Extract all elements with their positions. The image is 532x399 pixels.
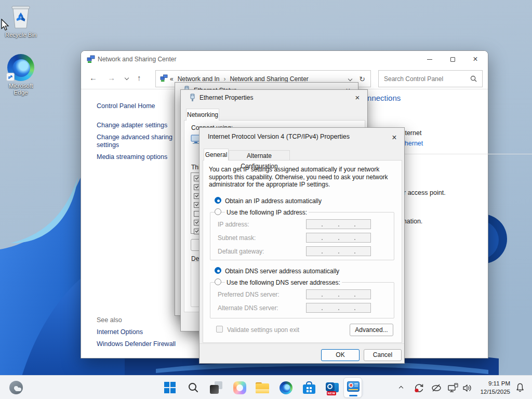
copilot-icon <box>233 381 246 394</box>
outlook-new-badge: NEW <box>327 391 337 395</box>
ethernet-properties-close-icon[interactable]: × <box>352 92 363 103</box>
breadcrumb-root[interactable]: « <box>170 75 174 83</box>
address-dropdown-chevron-icon[interactable] <box>348 76 352 81</box>
active-app-underline <box>349 395 357 396</box>
tray-clock[interactable]: 9:11 PM 12/15/2025 <box>480 379 510 396</box>
radio-obtain-ip-label[interactable]: Obtain an IP address automatically <box>225 197 322 205</box>
sidebar-item-change-adapter-settings[interactable]: Change adapter settings <box>97 122 182 129</box>
sidebar-item-media-streaming-options[interactable]: Media streaming options <box>97 153 182 161</box>
search-icon[interactable] <box>470 75 477 82</box>
ethernet-properties-title: Ethernet Properties <box>200 94 253 101</box>
forward-button[interactable]: → <box>108 73 115 82</box>
shortcut-arrow-badge <box>6 73 15 81</box>
start-button[interactable] <box>162 379 178 396</box>
ipv4-titlebar[interactable]: Internet Protocol Version 4 (TCP/IPv4) P… <box>200 128 404 143</box>
recycle-bin-label: Recycle Bin <box>1 32 41 38</box>
copilot-button[interactable] <box>231 379 248 396</box>
taskbar: NEW 9:11 PM 12/15/ <box>0 375 532 399</box>
edge-icon <box>7 54 34 81</box>
store-icon <box>303 381 315 394</box>
alternate-dns-label: Alternate DNS server: <box>218 304 278 312</box>
widgets-button[interactable] <box>8 379 24 396</box>
default-gateway-field[interactable] <box>306 246 371 256</box>
ipv4-properties-dialog: Internet Protocol Version 4 (TCP/IPv4) P… <box>199 127 405 364</box>
sidebar-item-change-advanced-sharing[interactable]: Change advanced sharing settings <box>97 134 182 149</box>
preferred-dns-field[interactable] <box>306 289 371 299</box>
breadcrumb-separator: › <box>223 75 225 83</box>
ip-address-label: IP address: <box>218 221 249 228</box>
file-explorer-icon <box>256 382 269 393</box>
ipv4-close-icon[interactable]: × <box>389 132 400 143</box>
task-view-icon <box>210 381 222 394</box>
tray-overflow-chevron-icon[interactable] <box>399 386 403 390</box>
desktop-icon-edge[interactable]: Microsoft Edge <box>1 54 41 96</box>
address-network-icon <box>160 74 168 84</box>
radio-obtain-ip[interactable] <box>215 197 221 204</box>
footer-divider <box>200 343 404 344</box>
sidebar-see-also-heading: See also <box>97 316 182 324</box>
refresh-icon[interactable]: ↻ <box>359 75 365 83</box>
subnet-mask-field[interactable] <box>306 233 371 243</box>
tab-general[interactable]: General <box>204 149 229 161</box>
file-explorer-button[interactable] <box>254 379 271 396</box>
network-icon <box>87 55 95 65</box>
search-box[interactable]: Search Control Panel <box>378 70 483 87</box>
tab-networking[interactable]: Networking <box>186 109 219 121</box>
search-placeholder: Search Control Panel <box>384 75 470 83</box>
outlook-button[interactable]: NEW <box>324 379 340 396</box>
radio-use-dns-label[interactable]: Use the following DNS server addresses: <box>225 279 342 286</box>
radio-obtain-dns-label[interactable]: Obtain DNS server address automatically <box>225 268 339 275</box>
minimize-button[interactable] <box>418 51 441 68</box>
window-title: Network and Sharing Center <box>98 56 176 63</box>
radio-use-dns[interactable] <box>215 278 221 285</box>
cancel-button[interactable]: Cancel <box>364 349 402 361</box>
ipv4-title: Internet Protocol Version 4 (TCP/IPv4) P… <box>208 133 350 140</box>
radio-obtain-dns[interactable] <box>215 267 221 274</box>
task-view-button[interactable] <box>208 379 224 396</box>
ok-button[interactable]: OK <box>321 349 360 361</box>
alternate-dns-field[interactable] <box>306 303 371 313</box>
ip-address-field[interactable] <box>306 219 371 229</box>
ipv4-intro-text: You can get IP settings assigned automat… <box>209 166 397 189</box>
maximize-button[interactable] <box>441 51 464 68</box>
sidebar-item-control-panel-home[interactable]: Control Panel Home <box>97 102 182 110</box>
edge-button[interactable] <box>277 379 294 396</box>
privacy-eye-off-icon[interactable] <box>431 383 442 393</box>
edge-taskbar-icon <box>280 381 292 394</box>
store-button[interactable] <box>301 379 317 396</box>
preferred-dns-label: Preferred DNS server: <box>218 291 280 298</box>
advanced-button[interactable]: Advanced... <box>350 324 393 336</box>
mouse-cursor <box>1 19 10 32</box>
back-button[interactable]: ← <box>89 73 97 82</box>
recycle-bin-icon <box>9 4 33 30</box>
sidebar-item-windows-defender-firewall[interactable]: Windows Defender Firewall <box>97 340 182 348</box>
control-panel-taskbar-active[interactable] <box>343 377 362 398</box>
close-button[interactable]: × <box>464 51 487 68</box>
breadcrumb-item-parent[interactable]: Network and In <box>178 75 220 83</box>
volume-icon[interactable] <box>462 383 472 393</box>
widgets-icon <box>9 381 23 394</box>
validate-settings-checkbox[interactable] <box>216 326 223 332</box>
search-button[interactable] <box>185 379 202 396</box>
ethernet-plug-icon <box>189 94 196 104</box>
use-dns-groupbox <box>210 282 394 318</box>
window-titlebar[interactable]: Network and Sharing Center × <box>81 51 488 68</box>
outlook-icon: NEW <box>326 381 339 394</box>
radio-use-ip-label[interactable]: Use the following IP address: <box>225 209 309 216</box>
validate-settings-label: Validate settings upon exit <box>227 326 299 334</box>
sync-pending-icon[interactable] <box>414 383 424 393</box>
recent-pages-chevron-icon[interactable] <box>125 76 129 80</box>
sidebar-item-internet-options[interactable]: Internet Options <box>97 328 182 336</box>
network-ethernet-tray-icon[interactable] <box>447 383 459 393</box>
radio-use-ip[interactable] <box>215 208 221 215</box>
control-panel-icon <box>347 381 360 392</box>
taskbar-search-icon <box>188 382 199 393</box>
breadcrumb-item-current[interactable]: Network and Sharing Center <box>230 75 308 83</box>
subnet-mask-label: Subnet mask: <box>218 234 256 242</box>
tray-date: 12/15/2025 <box>480 388 510 396</box>
up-button[interactable]: ↑ <box>137 73 141 82</box>
ethernet-properties-titlebar[interactable]: Ethernet Properties × <box>181 90 367 105</box>
tab-alternate-configuration[interactable]: Alternate Configuration <box>229 150 290 161</box>
notifications-bell-icon[interactable] <box>515 382 525 393</box>
default-gateway-label: Default gateway: <box>218 248 264 255</box>
